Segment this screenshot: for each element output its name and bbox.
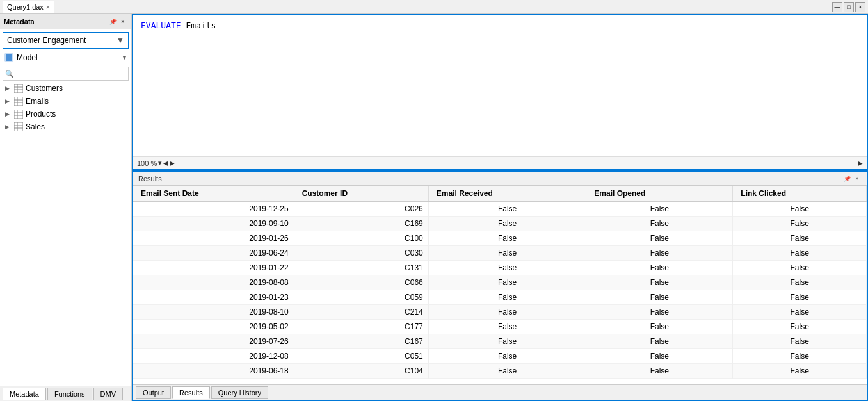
table-cell: False [586, 261, 733, 275]
tab-metadata[interactable]: Metadata [3, 388, 46, 400]
table-row: 2019-01-23C059FalseFalseFalse [133, 290, 867, 305]
editor-footer: 100 % ▾ ◀ ▶ ▶ [133, 156, 867, 169]
table-cell: 2019-05-02 [133, 320, 294, 334]
sidebar-header: Metadata 📌 × [0, 14, 131, 29]
col-header-email-received: Email Received [428, 186, 586, 202]
table-cell: False [733, 334, 867, 349]
table-row: 2019-01-26C100FalseFalseFalse [133, 231, 867, 246]
close-button[interactable]: × [855, 2, 865, 12]
table-cell: False [733, 246, 867, 261]
results-header-icons: 📌 × [842, 174, 862, 183]
table-icon-emails [14, 97, 23, 106]
scroll-left-icon[interactable]: ◀ [163, 160, 168, 167]
title-bar-controls: — □ × [832, 2, 865, 12]
editor-scroll-right[interactable]: ▶ [858, 160, 863, 167]
table-cell: False [428, 275, 586, 290]
sidebar: Metadata 📌 × Customer Engagement ▼ Model… [0, 14, 132, 401]
table-cell: False [428, 202, 586, 217]
table-cell: False [733, 217, 867, 231]
tab-close-icon[interactable]: × [46, 4, 50, 11]
table-cell: C104 [294, 364, 428, 379]
restore-button[interactable]: □ [844, 2, 854, 12]
table-row: 2019-07-26C167FalseFalseFalse [133, 334, 867, 349]
results-tbody: 2019-12-25C026FalseFalseFalse2019-09-10C… [133, 202, 867, 379]
table-cell: False [586, 217, 733, 231]
results-header: Results 📌 × [133, 172, 867, 186]
table-header-row: Email Sent Date Customer ID Email Receiv… [133, 186, 867, 202]
tree-item-products[interactable]: ▶ Products [0, 108, 131, 120]
tab-functions[interactable]: Functions [47, 388, 92, 400]
query-editor[interactable]: EVALUATE Emails 100 % ▾ ◀ ▶ ▶ [132, 14, 868, 170]
model-dropdown[interactable]: Customer Engagement ▼ [3, 32, 129, 49]
tab-output[interactable]: Output [136, 386, 171, 399]
results-close-icon[interactable]: × [853, 174, 862, 183]
table-row: 2019-06-24C030FalseFalseFalse [133, 246, 867, 261]
table-cell: False [733, 261, 867, 275]
sidebar-pin-icon[interactable]: 📌 [108, 17, 117, 26]
minimize-button[interactable]: — [832, 2, 842, 12]
table-cell: False [586, 202, 733, 217]
tab-label: Query1.dax [7, 3, 44, 11]
zoom-icon[interactable]: ▾ [158, 159, 162, 167]
table-cell: False [586, 320, 733, 334]
table-cell: 2019-01-22 [133, 261, 294, 275]
table-cell: C030 [294, 246, 428, 261]
table-row: 2019-08-08C066FalseFalseFalse [133, 275, 867, 290]
col-header-customer-id: Customer ID [294, 186, 428, 202]
table-cell: C026 [294, 202, 428, 217]
table-row: 2019-12-08C051FalseFalseFalse [133, 349, 867, 364]
table-cell: False [428, 246, 586, 261]
query-tab[interactable]: Query1.dax × [3, 1, 54, 13]
table-cell: False [586, 334, 733, 349]
table-cell: False [586, 364, 733, 379]
results-table: Email Sent Date Customer ID Email Receiv… [133, 186, 867, 379]
table-row: 2019-01-22C131FalseFalseFalse [133, 261, 867, 275]
model-collapse-icon[interactable]: ▼ [122, 54, 127, 61]
zoom-label: 100 % [137, 160, 157, 167]
search-input[interactable] [3, 67, 129, 81]
dropdown-arrow-icon: ▼ [117, 36, 124, 45]
table-cell: False [428, 349, 586, 364]
model-icon [4, 53, 14, 63]
tree-item-customers[interactable]: ▶ Customers [0, 82, 131, 95]
scroll-right-icon[interactable]: ▶ [170, 160, 175, 167]
table-row: 2019-06-18C104FalseFalseFalse [133, 364, 867, 379]
table-cell: False [428, 290, 586, 305]
tree-label-products: Products [26, 110, 56, 119]
table-cell: False [428, 320, 586, 334]
tree-label-sales: Sales [26, 122, 45, 131]
tree-arrow-emails: ▶ [5, 98, 12, 104]
model-label: Model [17, 53, 38, 62]
tab-results[interactable]: Results [172, 386, 210, 399]
table-cell: 2019-06-18 [133, 364, 294, 379]
table-cell: False [733, 231, 867, 246]
main-layout: Metadata 📌 × Customer Engagement ▼ Model… [0, 14, 868, 401]
tab-dmv[interactable]: DMV [93, 388, 123, 400]
table-cell: C051 [294, 349, 428, 364]
sidebar-close-icon[interactable]: × [118, 17, 127, 26]
results-pin-icon[interactable]: 📌 [842, 174, 851, 183]
table-cell: C177 [294, 320, 428, 334]
content-area: EVALUATE Emails 100 % ▾ ◀ ▶ ▶ Results 📌 … [132, 14, 868, 401]
results-table-wrapper[interactable]: Email Sent Date Customer ID Email Receiv… [133, 186, 867, 384]
table-cell: False [586, 290, 733, 305]
tree-arrow-customers: ▶ [5, 85, 12, 92]
table-cell: 2019-01-23 [133, 290, 294, 305]
col-header-email-opened: Email Opened [586, 186, 733, 202]
table-cell: False [428, 364, 586, 379]
sidebar-title: Metadata [4, 18, 35, 26]
evaluate-value: Emails [181, 20, 216, 30]
tab-query-history[interactable]: Query History [211, 386, 268, 399]
table-cell: False [733, 320, 867, 334]
tree-arrow-sales: ▶ [5, 124, 12, 130]
title-bar: Query1.dax × — □ × [0, 0, 868, 14]
table-cell: False [586, 305, 733, 320]
tree-item-emails[interactable]: ▶ Emails [0, 95, 131, 108]
table-cell: C169 [294, 217, 428, 231]
table-cell: False [428, 305, 586, 320]
evaluate-keyword: EVALUATE [141, 20, 181, 30]
svg-rect-10 [14, 110, 23, 119]
tree-item-sales[interactable]: ▶ Sales [0, 120, 131, 133]
table-cell: 2019-01-26 [133, 231, 294, 246]
model-row: Model ▼ [0, 50, 131, 65]
